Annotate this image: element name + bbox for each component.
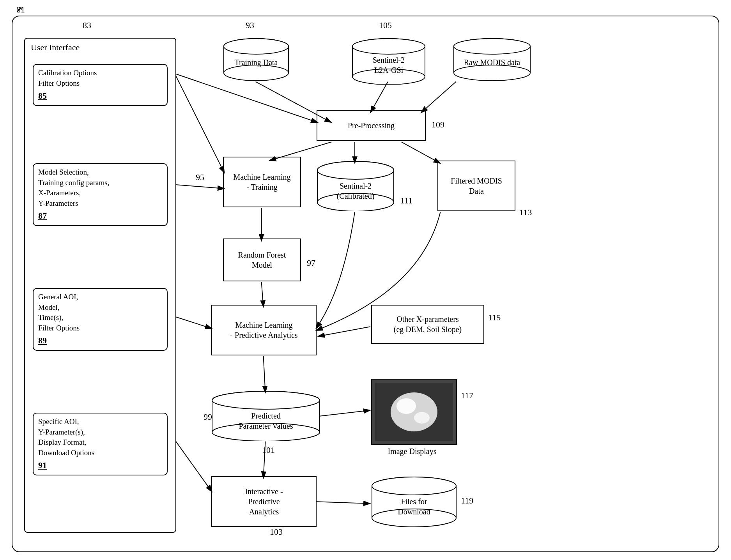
diagram-outer: 81 ↗ 83 93 105 User Interface Calibratio… bbox=[12, 16, 719, 552]
image-displays-label: Image Displays bbox=[367, 447, 457, 456]
ref-99: 99 bbox=[204, 412, 212, 422]
panel-model: Model Selection,Training config params,X… bbox=[33, 163, 168, 226]
ref-97: 97 bbox=[307, 258, 315, 268]
panel-model-text: Model Selection,Training config params,X… bbox=[38, 167, 162, 208]
svg-point-32 bbox=[396, 398, 416, 414]
other-x-params-label: Other X-parameters(eg DEM, Soil Slope) bbox=[394, 314, 462, 334]
panel-specific-aoi: Specific AOI,Y-Parameter(s),Display Form… bbox=[33, 413, 168, 475]
svg-line-55 bbox=[176, 185, 225, 189]
ref-85: 85 bbox=[38, 90, 162, 102]
interactive-analytics-box: Interactive -PredictiveAnalytics bbox=[211, 476, 317, 527]
ui-section: User Interface Calibration OptionsFilter… bbox=[24, 38, 176, 533]
random-forest-box: Random ForestModel bbox=[223, 238, 301, 281]
pre-processing-label: Pre-Processing bbox=[348, 120, 395, 131]
panel-specific-aoi-text: Specific AOI,Y-Parameter(s),Display Form… bbox=[38, 417, 162, 458]
svg-line-42 bbox=[370, 82, 388, 113]
files-download-cylinder: Files forDownload bbox=[371, 476, 457, 527]
ml-predictive-box: Machine Learning- Predictive Analytics bbox=[211, 305, 317, 355]
image-display-box bbox=[371, 379, 457, 445]
svg-line-49 bbox=[318, 327, 370, 336]
ml-training-box: Machine Learning- Training bbox=[223, 157, 301, 207]
panel-calibration: Calibration OptionsFilter Options 85 bbox=[33, 64, 168, 106]
predicted-values-label: PredictedParameter Values bbox=[235, 399, 297, 433]
ref-95: 95 bbox=[196, 172, 204, 182]
svg-line-43 bbox=[421, 82, 456, 113]
svg-point-33 bbox=[414, 412, 430, 424]
svg-line-58 bbox=[176, 74, 318, 123]
sentinel2-cylinder: Sentinel-2L2A-GSi bbox=[352, 38, 426, 85]
training-data-label: Training Data bbox=[231, 49, 282, 69]
ref-89: 89 bbox=[38, 335, 162, 347]
svg-line-57 bbox=[176, 442, 212, 492]
sentinal2-cal-cylinder: Sentinal-2(Calibrated) bbox=[317, 161, 395, 211]
svg-line-52 bbox=[320, 410, 370, 416]
ref-87: 87 bbox=[38, 210, 162, 222]
ref-arrow: ↗ bbox=[16, 5, 23, 15]
interactive-analytics-label: Interactive -PredictiveAnalytics bbox=[245, 486, 283, 517]
svg-line-50 bbox=[264, 356, 265, 393]
files-download-label: Files forDownload bbox=[394, 485, 434, 519]
ref-83: 83 bbox=[83, 20, 91, 30]
other-x-params-box: Other X-parameters(eg DEM, Soil Slope) bbox=[371, 305, 484, 344]
ui-label: User Interface bbox=[31, 42, 80, 53]
predicted-values-cylinder: PredictedParameter Values bbox=[211, 390, 320, 441]
svg-line-46 bbox=[402, 142, 441, 163]
image-display-svg bbox=[375, 383, 453, 441]
panel-aoi-text: General AOI,Model,Time(s),Filter Options bbox=[38, 292, 162, 333]
random-forest-label: Random ForestModel bbox=[238, 250, 286, 270]
ml-predictive-label: Machine Learning- Predictive Analytics bbox=[230, 320, 297, 340]
ref-113: 113 bbox=[519, 207, 532, 217]
ref-119: 119 bbox=[461, 496, 473, 506]
ref-109: 109 bbox=[432, 120, 444, 130]
ref-103: 103 bbox=[270, 527, 283, 537]
panel-calibration-text: Calibration OptionsFilter Options bbox=[38, 68, 162, 88]
filtered-modis-label: Filtered MODISData bbox=[451, 176, 502, 196]
ref-115: 115 bbox=[488, 313, 501, 323]
ref-91: 91 bbox=[38, 459, 162, 472]
ref-117: 117 bbox=[461, 390, 473, 401]
filtered-modis-box: Filtered MODISData bbox=[437, 161, 515, 211]
svg-line-54 bbox=[176, 76, 225, 173]
svg-point-31 bbox=[391, 392, 437, 431]
ref-101: 101 bbox=[262, 445, 275, 455]
svg-line-48 bbox=[262, 282, 264, 307]
sentinel2-label: Sentinel-2L2A-GSi bbox=[369, 45, 409, 77]
sentinal2-cal-label: Sentinal-2(Calibrated) bbox=[333, 169, 379, 203]
svg-line-53 bbox=[316, 502, 370, 503]
raw-modis-label: Raw MODIS data bbox=[460, 49, 524, 69]
ref-105: 105 bbox=[379, 20, 392, 30]
ml-training-label: Machine Learning- Training bbox=[233, 172, 290, 192]
training-data-cylinder: Training Data bbox=[223, 38, 289, 81]
svg-line-56 bbox=[176, 317, 212, 329]
pre-processing-box: Pre-Processing bbox=[317, 110, 426, 141]
ref-93: 93 bbox=[246, 20, 254, 30]
raw-modis-cylinder: Raw MODIS data bbox=[453, 38, 531, 81]
panel-aoi: General AOI,Model,Time(s),Filter Options… bbox=[33, 288, 168, 351]
ref-111: 111 bbox=[400, 196, 412, 206]
